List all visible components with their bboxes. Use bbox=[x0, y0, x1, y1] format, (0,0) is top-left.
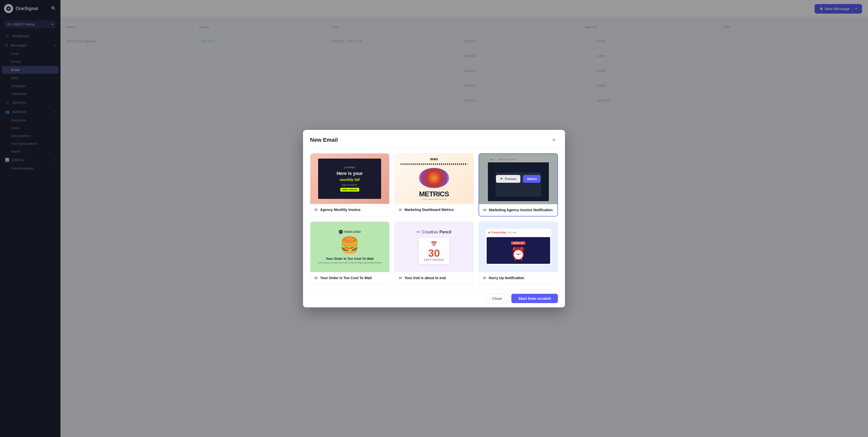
template-info: ✉ Hurry Up Notification bbox=[479, 272, 558, 284]
close-button[interactable]: Close bbox=[486, 294, 508, 303]
email-icon: ✉ bbox=[483, 276, 486, 280]
template-name: Your Order Is Too Cool To Wait bbox=[320, 276, 372, 280]
template-grid: yourlogo Here is your monthly bill Date … bbox=[310, 153, 558, 284]
template-card-burger[interactable]: ≡ YOUR LOGO 🍔 Your Order Is Too Cool To … bbox=[310, 222, 390, 284]
template-info: ✉ Your trial is about to end bbox=[395, 272, 473, 284]
template-name: Marketing Agency Invoice Notification bbox=[489, 208, 553, 212]
template-name: Hurry Up Notification bbox=[489, 276, 524, 280]
eye-icon: 👁 bbox=[500, 177, 503, 181]
new-email-modal: New Email × yourlogo Here is your monthl… bbox=[303, 130, 565, 307]
email-icon: ✉ bbox=[399, 207, 402, 212]
select-button[interactable]: Select bbox=[523, 175, 540, 183]
template-info: ✉ Your Order Is Too Cool To Wait bbox=[310, 272, 389, 284]
start-from-scratch-button[interactable]: Start from scratch bbox=[511, 294, 558, 303]
template-info: ✉ Marketing Dashboard Metrics bbox=[395, 204, 473, 216]
modal-footer: Close Start from scratch bbox=[303, 289, 565, 307]
template-card-calendar[interactable]: ✏ CreativePencil 📅 30 DAYS PASSED ✉ bbox=[395, 222, 474, 284]
email-icon: ✉ bbox=[314, 207, 318, 212]
template-thumbnail: ≡ YOUR LOGO 🍔 Your Order Is Too Cool To … bbox=[310, 222, 389, 272]
modal-title: New Email bbox=[310, 137, 338, 143]
preview-button[interactable]: 👁 Preview bbox=[496, 175, 520, 183]
modal-header: New Email × bbox=[303, 130, 565, 148]
template-info: ✉ Marketing Agency Invoice Notification bbox=[479, 204, 557, 216]
template-name: Agency Monthly Invoice bbox=[320, 208, 361, 212]
email-icon: ✉ bbox=[399, 276, 402, 280]
template-thumbnail: ✏ CreativePencil 📅 30 DAYS PASSED bbox=[395, 222, 473, 272]
template-name: Your trial is about to end bbox=[405, 276, 446, 280]
modal-overlay: New Email × yourlogo Here is your monthl… bbox=[0, 0, 868, 437]
template-overlay: 👁 Preview Select bbox=[479, 154, 557, 204]
preview-label: Preview bbox=[505, 177, 516, 181]
template-thumbnail: yourlogo Here is your monthly bill Date … bbox=[310, 154, 389, 204]
template-card-metrics[interactable]: 𝖒𝖒𝖈 METRICS Lorem ipsum dolor sit amet ✉… bbox=[395, 153, 474, 216]
template-card-agency-invoice[interactable]: yourlogo Here is your monthly bill Date … bbox=[310, 153, 390, 216]
template-name: Marketing Dashboard Metrics bbox=[405, 208, 454, 212]
template-card-hurry[interactable]: ● ConnectApp Your App HURRY UP ⏰ bbox=[478, 222, 558, 284]
modal-body: yourlogo Here is your monthly bill Date … bbox=[303, 148, 565, 289]
email-icon: ✉ bbox=[483, 208, 486, 212]
modal-close-button[interactable]: × bbox=[550, 136, 558, 144]
email-icon: ✉ bbox=[314, 276, 318, 280]
template-info: ✉ Agency Monthly Invoice bbox=[310, 204, 389, 216]
template-card-agency-notification[interactable]: ◉ ◎ ◌ agency-invoice.html 👁 Preview Sele… bbox=[478, 153, 558, 216]
template-thumbnail: ◉ ◎ ◌ agency-invoice.html 👁 Preview Sele… bbox=[479, 154, 557, 204]
template-thumbnail: 𝖒𝖒𝖈 METRICS Lorem ipsum dolor sit amet bbox=[395, 154, 473, 204]
template-thumbnail: ● ConnectApp Your App HURRY UP ⏰ bbox=[479, 222, 558, 272]
